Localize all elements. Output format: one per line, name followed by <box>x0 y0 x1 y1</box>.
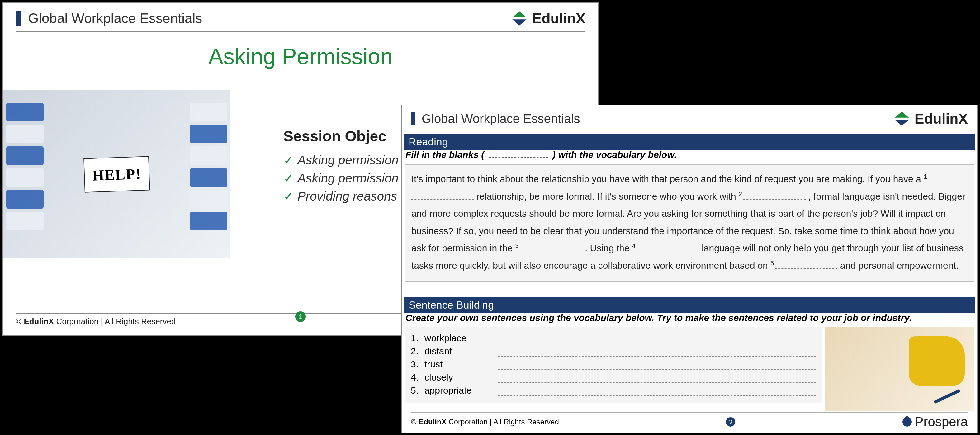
objective-item: Asking permission <box>283 153 399 167</box>
passage-text: It's important to think about the relati… <box>411 174 924 184</box>
copyright-prefix: © <box>16 317 24 326</box>
passage-text: . Using the <box>585 243 632 253</box>
vocab-number: 1. <box>411 333 425 343</box>
svg-marker-6 <box>895 111 902 117</box>
blank-example-icon <box>489 157 548 158</box>
vocab-word: closely <box>425 372 496 383</box>
fill-blank-5[interactable] <box>775 268 837 269</box>
svg-marker-0 <box>519 11 527 17</box>
decorative-binders-right <box>190 103 228 246</box>
objectives-heading: Session Objec <box>283 128 399 145</box>
course-title: Global Workplace Essentials <box>422 112 580 126</box>
svg-marker-5 <box>902 111 909 117</box>
logo-mark-icon <box>893 110 910 127</box>
slide1-hero-image: HELP! <box>3 90 231 259</box>
vocab-row: 4. closely <box>411 372 816 383</box>
edulinx-logo: EdulinX <box>511 10 585 27</box>
prospera-text: Prospera <box>915 414 968 429</box>
sentence-write-line-4[interactable] <box>498 382 816 383</box>
logo-text: EdulinX <box>532 10 585 27</box>
reading-passage: It's important to think about the relati… <box>405 164 974 282</box>
svg-marker-4 <box>512 11 519 17</box>
fill-blank-2[interactable] <box>743 199 806 200</box>
copyright-prefix: © <box>411 418 418 426</box>
reading-instruction-pre: Fill in the blanks ( <box>406 149 487 160</box>
vocab-row: 1. workplace <box>411 333 816 343</box>
vocab-word: appropriate <box>425 385 496 396</box>
sentence-building-section-bar: Sentence Building <box>404 297 975 313</box>
vocab-row: 3. trust <box>411 359 816 370</box>
decorative-binders-left <box>6 103 44 246</box>
reading-section-bar: Reading <box>404 134 975 150</box>
vocab-number: 2. <box>411 346 425 357</box>
vocab-word: workplace <box>425 333 496 343</box>
help-sign: HELP! <box>83 156 150 192</box>
slide3-header: Global Workplace Essentials EdulinX <box>411 110 968 130</box>
sentence-building-instruction: Create your own sentences using the voca… <box>406 313 974 323</box>
sentence-write-line-3[interactable] <box>498 369 816 370</box>
blank-number: 3 <box>515 242 519 249</box>
slide3-footer: © EdulinX Corporation | All Rights Reser… <box>411 412 968 429</box>
prospera-logo: Prospera <box>902 414 968 429</box>
vocab-number: 3. <box>411 359 425 370</box>
session-objectives: Session Objec Asking permission Asking p… <box>283 128 399 207</box>
vocab-row: 5. appropriate <box>411 385 816 396</box>
vocab-box: 1. workplace 2. distant 3. trust 4. clos… <box>405 327 822 403</box>
passage-text: relationship, be more formal. If it's so… <box>476 191 739 202</box>
copyright-brand: EdulinX <box>24 317 54 326</box>
slide-3: Global Workplace Essentials EdulinX Read… <box>401 105 978 433</box>
vocab-word: distant <box>425 346 496 357</box>
reading-instruction: Fill in the blanks ( ) with the vocabula… <box>406 149 677 160</box>
page-number-badge: 1 <box>295 311 306 322</box>
passage-text: and personal empowerment. <box>840 260 959 271</box>
slide1-header: Global Workplace Essentials EdulinX <box>16 10 585 32</box>
vocab-number: 4. <box>411 372 425 383</box>
header-accent-bar <box>16 11 21 25</box>
edulinx-logo: EdulinX <box>893 110 968 127</box>
copyright: © EdulinX Corporation | All Rights Reser… <box>16 317 176 326</box>
svg-marker-3 <box>519 19 527 25</box>
svg-marker-8 <box>895 119 902 125</box>
blank-number: 4 <box>632 242 636 249</box>
blank-number: 5 <box>770 260 774 267</box>
copyright-suffix: Corporation | All Rights Reserved <box>447 418 559 426</box>
vocab-word: trust <box>425 359 496 370</box>
copyright-suffix: Corporation | All Rights Reserved <box>54 317 176 326</box>
copyright-brand: EdulinX <box>418 418 446 426</box>
vocab-number: 5. <box>411 385 425 396</box>
svg-marker-7 <box>902 119 909 125</box>
pen-icon <box>934 389 960 403</box>
sentence-write-line-1[interactable] <box>498 343 816 343</box>
logo-mark-icon <box>511 10 528 27</box>
logo-text: EdulinX <box>915 110 968 127</box>
page-number-badge: 3 <box>726 417 735 427</box>
slide1-main-title: Asking Permission <box>3 44 598 69</box>
objective-item: Asking permission <box>283 171 399 185</box>
copyright: © EdulinX Corporation | All Rights Reser… <box>411 418 559 426</box>
fill-blank-3[interactable] <box>520 251 582 251</box>
prospera-mark-icon <box>900 415 913 429</box>
vocab-row: 2. distant <box>411 346 816 357</box>
objective-item: Providing reasons <box>283 189 399 203</box>
sentence-write-line-5[interactable] <box>498 395 816 396</box>
slide3-side-image <box>825 327 974 411</box>
fill-blank-4[interactable] <box>637 251 699 251</box>
blank-number: 2 <box>739 191 742 197</box>
sentence-write-line-2[interactable] <box>498 356 816 357</box>
fill-blank-1[interactable] <box>411 199 474 200</box>
reading-instruction-post: ) with the vocabulary below. <box>550 149 677 160</box>
decorative-scarf <box>909 336 965 386</box>
course-title: Global Workplace Essentials <box>28 11 202 26</box>
blank-number: 1 <box>924 173 927 180</box>
header-accent-bar <box>411 112 415 125</box>
